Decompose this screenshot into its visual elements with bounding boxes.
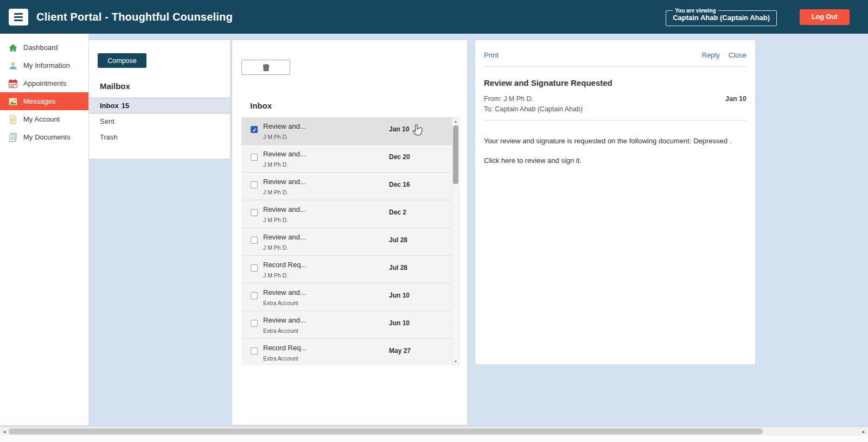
message-subject: Review and... bbox=[263, 178, 306, 186]
folder-list: Inbox 15 Sent Trash bbox=[89, 98, 230, 145]
inbox-heading: Inbox bbox=[250, 101, 272, 110]
account-document-icon bbox=[8, 115, 18, 124]
from-value: J M Ph D. bbox=[503, 95, 533, 103]
message-row[interactable]: Review and... J M Ph D. Jul 28 bbox=[241, 228, 452, 256]
message-checkbox[interactable] bbox=[251, 154, 258, 161]
top-bar: Client Portal - Thoughtful Counseling Yo… bbox=[0, 0, 868, 34]
scroll-right-arrow-icon[interactable]: ► bbox=[861, 430, 866, 434]
message-row[interactable]: Review and... J M Ph D. Dec 20 bbox=[241, 145, 452, 173]
message-sender: Extra Account bbox=[263, 327, 306, 334]
message-checkbox[interactable] bbox=[251, 126, 258, 133]
sidebar-item-label: Dashboard bbox=[23, 43, 58, 52]
message-checkbox[interactable] bbox=[251, 237, 258, 244]
message-row[interactable]: Record Req... J M Ph D. Jul 28 bbox=[241, 256, 452, 283]
close-link[interactable]: Close bbox=[729, 51, 746, 59]
compose-button[interactable]: Compose bbox=[98, 53, 146, 68]
message-sender: J M Ph D. bbox=[263, 161, 306, 168]
scrollbar-thumb[interactable] bbox=[453, 125, 458, 184]
scroll-left-arrow-icon[interactable]: ◄ bbox=[2, 430, 7, 434]
sidebar-item-label: Messages bbox=[23, 97, 55, 105]
logout-button[interactable]: Log Out bbox=[800, 9, 850, 25]
page-title: Client Portal - Thoughtful Counseling bbox=[36, 11, 233, 23]
message-body-line1: Your review and signature is requested o… bbox=[484, 137, 746, 145]
message-subject: Review and... bbox=[263, 288, 306, 296]
sidebar-item-my-account[interactable]: My Account bbox=[0, 110, 88, 128]
detail-subject: Review and Signature Requested bbox=[484, 78, 746, 87]
detail-toolbar: Print Reply Close bbox=[484, 51, 746, 59]
message-checkbox[interactable] bbox=[251, 264, 258, 271]
message-date: May 27 bbox=[389, 347, 411, 355]
sidebar-item-label: My Information bbox=[23, 61, 70, 70]
folder-item-trash[interactable]: Trash bbox=[89, 129, 230, 145]
sidebar-item-dashboard[interactable]: Dashboard bbox=[0, 39, 88, 56]
divider bbox=[484, 66, 746, 67]
folder-label: Inbox bbox=[100, 102, 119, 110]
horizontal-scrollbar[interactable]: ◄ ► bbox=[0, 427, 868, 435]
person-icon bbox=[8, 61, 18, 71]
home-icon bbox=[8, 43, 18, 53]
message-row[interactable]: Review and... Extra Account Jun 10 bbox=[241, 311, 452, 339]
message-date: Jul 28 bbox=[389, 236, 407, 244]
scroll-up-arrow-icon[interactable]: ▲ bbox=[452, 119, 459, 123]
message-row[interactable]: Review and... Extra Account Jun 10 bbox=[241, 283, 452, 311]
divider bbox=[484, 120, 746, 121]
message-date: Jan 10 bbox=[389, 125, 409, 133]
message-date: Jul 28 bbox=[389, 264, 407, 271]
message-detail-panel: Print Reply Close Review and Signature R… bbox=[475, 40, 756, 365]
message-date: Dec 16 bbox=[389, 181, 410, 188]
viewing-value: Captain Ahab (Captain Ahab) bbox=[673, 14, 770, 22]
sidebar: Dashboard My Information Appointments Me… bbox=[0, 34, 88, 425]
sidebar-item-my-documents[interactable]: My Documents bbox=[0, 128, 88, 146]
sidebar-item-label: My Account bbox=[23, 115, 60, 123]
to-label: To: bbox=[484, 105, 493, 113]
message-subject: Review and... bbox=[263, 205, 306, 213]
message-body-line2: Click here to review and sign it. bbox=[484, 156, 746, 165]
documents-icon bbox=[8, 132, 18, 142]
folder-item-inbox[interactable]: Inbox 15 bbox=[89, 98, 230, 113]
sidebar-item-messages[interactable]: Messages bbox=[0, 92, 88, 110]
message-row[interactable]: Review and... J M Ph D. Dec 2 bbox=[241, 200, 452, 228]
message-sender: Extra Account bbox=[263, 300, 306, 306]
message-checkbox[interactable] bbox=[251, 320, 258, 327]
scroll-down-arrow-icon[interactable]: ▼ bbox=[452, 359, 459, 363]
messages-icon bbox=[8, 97, 18, 106]
message-date: Jun 10 bbox=[389, 319, 410, 327]
message-list: Review and... J M Ph D. Jan 10 Review an… bbox=[241, 117, 452, 365]
folder-count: 15 bbox=[122, 102, 129, 110]
mailbox-heading: Mailbox bbox=[100, 81, 130, 91]
sidebar-item-appointments[interactable]: Appointments bbox=[0, 74, 88, 92]
message-subject: Review and... bbox=[263, 316, 306, 324]
message-sender: J M Ph D. bbox=[263, 244, 306, 251]
from-label: From: bbox=[484, 95, 502, 103]
message-subject: Review and... bbox=[263, 233, 306, 241]
message-checkbox[interactable] bbox=[251, 181, 258, 188]
message-sender: J M Ph D. bbox=[263, 189, 306, 195]
menu-button[interactable] bbox=[9, 9, 28, 26]
message-row[interactable]: Review and... J M Ph D. Jan 10 bbox=[241, 117, 452, 145]
message-checkbox[interactable] bbox=[251, 209, 258, 216]
sidebar-item-label: Appointments bbox=[23, 79, 67, 87]
delete-button[interactable] bbox=[241, 60, 290, 75]
folder-item-sent[interactable]: Sent bbox=[89, 113, 230, 129]
body-rest: to review and sign it. bbox=[515, 156, 582, 165]
message-subject: Record Req... bbox=[263, 344, 307, 352]
message-list-panel: Inbox Review and... J M Ph D. Jan 10 Rev… bbox=[232, 40, 468, 425]
reply-link[interactable]: Reply bbox=[702, 51, 720, 59]
click-here-link[interactable]: Click here bbox=[484, 156, 515, 165]
message-sender: J M Ph D. bbox=[263, 134, 306, 140]
horizontal-scrollbar-thumb[interactable] bbox=[9, 428, 763, 434]
sidebar-item-my-information[interactable]: My Information bbox=[0, 56, 88, 74]
list-scrollbar[interactable]: ▲ ▼ bbox=[452, 117, 459, 365]
message-checkbox[interactable] bbox=[251, 348, 258, 355]
message-meta: From: J M Ph D. Jan 10 To: Captain Ahab … bbox=[484, 95, 746, 113]
message-checkbox[interactable] bbox=[251, 292, 258, 299]
bottom-strip bbox=[0, 435, 868, 442]
hamburger-icon bbox=[14, 13, 23, 15]
message-date: Jun 10 bbox=[389, 292, 410, 299]
print-link[interactable]: Print bbox=[484, 51, 499, 59]
message-sender: J M Ph D. bbox=[263, 217, 306, 223]
message-subject: Record Req... bbox=[263, 261, 307, 269]
message-row[interactable]: Record Req... Extra Account May 27 bbox=[241, 339, 452, 365]
message-sender: J M Ph D. bbox=[263, 272, 307, 279]
message-row[interactable]: Review and... J M Ph D. Dec 16 bbox=[241, 173, 452, 200]
